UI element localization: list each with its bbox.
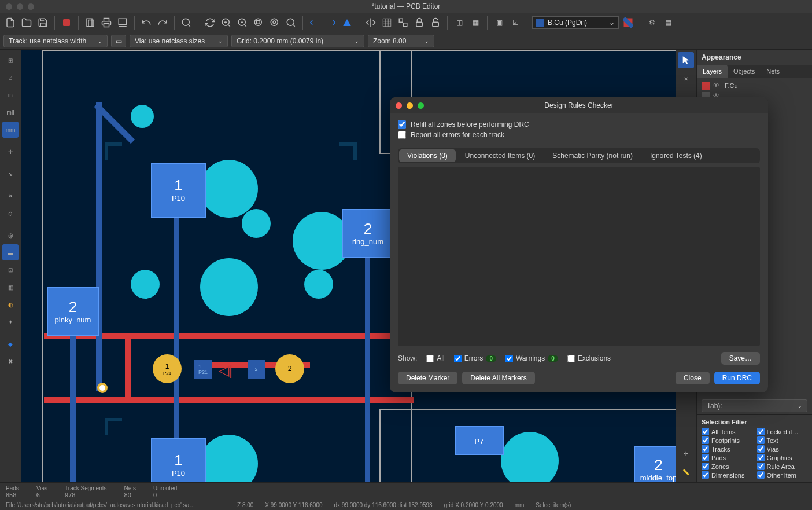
ratsnest-icon[interactable]: ↘: [2, 166, 19, 182]
redo-icon[interactable]: [156, 16, 169, 30]
show-errors-checkbox[interactable]: Errors 0: [454, 354, 496, 362]
filter-tracks[interactable]: Tracks: [702, 445, 752, 453]
tab-objects[interactable]: Objects: [728, 65, 761, 78]
via-size-select[interactable]: Via: use netclass sizes⌄: [130, 35, 228, 47]
pad-mode-icon[interactable]: ⊡: [2, 262, 19, 278]
origin-icon[interactable]: ✛: [678, 445, 694, 461]
new-icon[interactable]: [3, 16, 17, 30]
zoom-sel-icon[interactable]: [284, 16, 298, 30]
filter-zones[interactable]: Zones: [702, 463, 752, 470]
status-nets: Nets80: [124, 485, 136, 498]
drc-icon[interactable]: ☑: [508, 16, 522, 30]
track-width-select[interactable]: Track: use netclass width⌄: [3, 35, 108, 47]
svg-rect-13: [399, 19, 403, 22]
track-edit-icon[interactable]: ▭: [111, 35, 126, 47]
dialog-titlebar[interactable]: Design Rules Checker: [390, 97, 768, 113]
layer-select[interactable]: B.Cu (PgDn) ⌄: [532, 16, 619, 29]
plot-icon[interactable]: [116, 16, 130, 30]
unlock-icon[interactable]: [429, 16, 442, 30]
layer-pair-icon[interactable]: [621, 16, 635, 30]
rotate-cw-icon[interactable]: [324, 16, 338, 30]
filter-dimensions[interactable]: Dimensions: [702, 471, 752, 479]
tab-layers[interactable]: Layers: [697, 65, 728, 78]
filter-other-item[interactable]: Other item: [757, 471, 808, 479]
units-in-icon[interactable]: in: [2, 87, 19, 103]
filter-graphics[interactable]: Graphics: [757, 454, 808, 461]
board-setup-icon[interactable]: [60, 16, 73, 30]
lock-icon[interactable]: [412, 16, 426, 30]
zoom-fit-icon[interactable]: [252, 16, 265, 30]
run-drc-button[interactable]: Run DRC: [714, 372, 760, 384]
filter-text[interactable]: Text: [757, 436, 808, 444]
units-mil-icon[interactable]: mil: [2, 104, 19, 120]
scripting-icon[interactable]: ⚙: [645, 16, 659, 30]
tab-nets[interactable]: Nets: [761, 65, 785, 78]
save-button[interactable]: Save…: [721, 352, 760, 365]
svg-rect-2: [88, 20, 94, 26]
layer-row[interactable]: 👁F.Cu: [699, 80, 810, 91]
settings-icon[interactable]: ✖: [2, 353, 19, 369]
cursor-full-icon[interactable]: ✛: [2, 144, 19, 160]
show-all-checkbox[interactable]: All: [426, 354, 444, 362]
select-tool-icon[interactable]: [678, 52, 694, 68]
filter-rule-area[interactable]: Rule Area: [757, 463, 808, 470]
ratsnest-curved-icon[interactable]: ✕: [2, 188, 19, 204]
highlight-net-icon[interactable]: ✕: [678, 71, 694, 87]
tab-schematic-parity[interactable]: Schematic Parity (not run): [544, 149, 641, 162]
units-mm-icon[interactable]: mm: [2, 122, 19, 138]
grid-select[interactable]: Grid: 0.2000 mm (0.0079 in)⌄: [231, 35, 364, 47]
fp-editor-icon[interactable]: ▦: [468, 16, 482, 30]
mirror-h-icon[interactable]: [340, 16, 354, 30]
options-bar: Track: use netclass width⌄ ▭ Via: use ne…: [0, 32, 812, 50]
window-controls[interactable]: [0, 3, 34, 10]
save-icon[interactable]: [36, 16, 50, 30]
tab-unconnected[interactable]: Unconnected Items (0): [457, 149, 543, 162]
panel-icon[interactable]: ▤: [661, 16, 675, 30]
close-button[interactable]: Close: [676, 372, 710, 384]
measure-icon[interactable]: 📏: [678, 464, 694, 480]
zoom-obj-icon[interactable]: [268, 16, 282, 30]
refresh-icon[interactable]: [203, 16, 217, 30]
zoom-out-icon[interactable]: [235, 16, 249, 30]
via-mode-icon[interactable]: ◎: [2, 227, 19, 243]
page-icon[interactable]: [83, 16, 97, 30]
layers-icon[interactable]: ◆: [2, 336, 19, 352]
find-icon[interactable]: [179, 16, 193, 30]
filter-footprints[interactable]: Footprints: [702, 436, 752, 444]
filter-pads[interactable]: Pads: [702, 454, 752, 461]
undo-icon[interactable]: [139, 16, 153, 30]
zoom-select[interactable]: Zoom 8.00⌄: [368, 35, 434, 47]
delete-marker-button[interactable]: Delete Marker: [398, 372, 457, 384]
dialog-window-controls[interactable]: [390, 102, 424, 109]
refill-zones-checkbox[interactable]: Refill all zones before performing DRC: [398, 119, 760, 130]
print-icon[interactable]: [99, 16, 113, 30]
open-icon[interactable]: [20, 16, 34, 30]
grid-display-icon[interactable]: ⊞: [2, 52, 19, 68]
zoom-in-icon[interactable]: [219, 16, 233, 30]
filter-locked-it-[interactable]: Locked it…: [757, 428, 808, 435]
outline-mode-icon[interactable]: ◇: [2, 205, 19, 221]
filter-vias[interactable]: Vias: [757, 445, 808, 453]
filter-all-items[interactable]: All items: [702, 428, 752, 435]
crosshair-icon[interactable]: ✦: [2, 314, 19, 330]
zone-mode-icon[interactable]: ▨: [2, 279, 19, 295]
rotate-ccw-icon[interactable]: [308, 16, 322, 30]
update-pcb-icon[interactable]: ▣: [492, 16, 506, 30]
tab-violations[interactable]: Violations (0): [399, 149, 456, 162]
flip-icon[interactable]: [364, 16, 378, 30]
presets-select[interactable]: Tab):⌄: [702, 399, 807, 412]
group-icon[interactable]: [396, 16, 410, 30]
appearance-title: Appearance: [697, 50, 812, 65]
polar-icon[interactable]: ⟀: [2, 69, 19, 86]
status-pads: Pads858: [6, 485, 19, 498]
violations-list[interactable]: [398, 167, 760, 346]
footprint-icon[interactable]: ◫: [452, 16, 466, 30]
grid-icon[interactable]: [380, 16, 394, 30]
contrast-icon[interactable]: ◐: [2, 296, 19, 313]
show-warnings-checkbox[interactable]: Warnings 0: [505, 354, 558, 362]
show-exclusions-checkbox[interactable]: Exclusions: [567, 354, 611, 362]
tab-ignored[interactable]: Ignored Tests (4): [642, 149, 710, 162]
track-mode-icon[interactable]: ▬: [2, 244, 19, 260]
report-all-checkbox[interactable]: Report all errors for each track: [398, 130, 760, 140]
delete-all-markers-button[interactable]: Delete All Markers: [462, 372, 534, 384]
